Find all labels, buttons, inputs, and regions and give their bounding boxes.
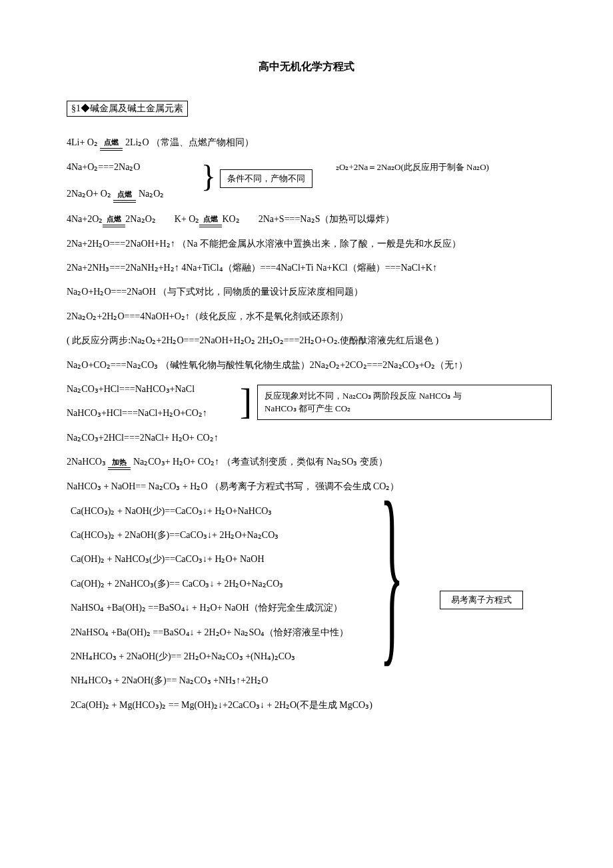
equation: Ca(OH)₂ + NaHCO₃(少)==CaCO₃↓+ H₂O+ NaOH bbox=[71, 552, 546, 567]
equation: NH₄HCO₃ + 2NaOH(多)== Na₂CO₃ +NH₃↑+2H₂O bbox=[71, 673, 546, 688]
equation: Na₂CO₃+2HCl===2NaCl+ H₂O+ CO₂↑ bbox=[67, 431, 546, 445]
equation: Na₂O+CO₂===Na₂CO₃ （碱性氧化物与酸性氧化物生成盐）2Na₂O₂… bbox=[67, 358, 546, 373]
condition-ignite: 点燃 bbox=[199, 212, 222, 227]
note-box: 条件不同，产物不同 bbox=[220, 169, 312, 188]
equation: 2NaHCO₃ 加热 Na₂CO₃+ H₂O+ CO₂↑ （考查试剂变质，类似有… bbox=[67, 455, 546, 470]
equation-row: 4Na+2O₂点燃2Na₂O₂ K+ O₂点燃KO₂ 2Na+S===Na₂S（… bbox=[67, 212, 546, 227]
ion-label-box: 易考离子方程式 bbox=[440, 591, 523, 609]
brace-icon: } bbox=[201, 163, 216, 190]
note-text: NaHCO₃ 都可产生 CO₂ bbox=[265, 403, 350, 413]
condition-ignite: 点燃 bbox=[103, 212, 125, 227]
eq-text: 2Na₂O₂ bbox=[125, 214, 155, 224]
brace-icon: ] bbox=[240, 386, 252, 419]
eq-text: K+ O₂ bbox=[175, 214, 200, 224]
equation: Ca(HCO₃)₂ + 2NaOH(多)==CaCO₃↓+ 2H₂O+Na₂CO… bbox=[71, 528, 546, 543]
equation: 2Ca(OH)₂ + Mg(HCO₃)₂ == Mg(OH)₂↓+2CaCO₃↓… bbox=[71, 698, 546, 713]
brace-icon: } bbox=[380, 477, 404, 667]
equation: 2NaHSO₄ +Ba(OH)₂ ==BaSO₄↓ + 2H₂O+ Na₂SO₄… bbox=[71, 625, 546, 640]
note-box: 反应现象对比不同，Na₂CO₃ 两阶段反应 NaHCO₃ 与 NaHCO₃ 都可… bbox=[257, 385, 552, 420]
eq-text: 2NaHCO₃ bbox=[67, 457, 106, 467]
eq-text: 2Li₂O （常温、点燃产物相同） bbox=[125, 137, 254, 147]
condition-heat: 加热 bbox=[108, 455, 131, 471]
equation: 2NH₄HCO₃ + 2NaOH(少)== 2H₂O+Na₂CO₃ +(NH₄)… bbox=[71, 649, 546, 664]
eq-text: 2Na+S===Na₂S（加热可以爆炸） bbox=[259, 214, 395, 224]
eq-text: Na₂O₂ bbox=[139, 189, 164, 199]
equation: ( 此反应分两步:Na₂O₂+2H₂O===2NaOH+H₂O₂ 2H₂O₂==… bbox=[67, 333, 546, 348]
eq-text: ₂O₂+2Na＝2Na₂O(此反应用于制备 Na₂O) bbox=[336, 161, 489, 173]
eq-text: KO₂ bbox=[222, 214, 239, 224]
equation: 4Li+ O₂ 点燃 2Li₂O （常温、点燃产物相同） bbox=[67, 135, 546, 151]
equation: Ca(OH)₂ + 2NaHCO₃(多)== CaCO₃↓ + 2H₂O+Na₂… bbox=[71, 577, 546, 591]
eq-text: 4Li+ O₂ bbox=[67, 137, 98, 147]
equation: Ca(HCO₃)₂ + NaOH(少)==CaCO₃↓+ H₂O+NaHCO₃ bbox=[71, 504, 546, 519]
equation: 2Na₂O+ O₂ bbox=[67, 189, 111, 199]
page-title: 高中无机化学方程式 bbox=[67, 60, 546, 74]
eq-text: Na₂CO₃+ H₂O+ CO₂↑ （考查试剂变质，类似有 Na₂SO₃ 变质） bbox=[133, 457, 388, 467]
equation: 2Na₂O₂+2H₂O===4NaOH+O₂↑（歧化反应，水不是氧化剂或还原剂） bbox=[67, 309, 546, 324]
equation: NaHCO₃ + NaOH== Na₂CO₃ + H₂O （易考离子方程式书写，… bbox=[67, 479, 546, 494]
eq-text: 4Na+2O₂ bbox=[67, 214, 103, 224]
section-heading: §1◆碱金属及碱土金属元素 bbox=[67, 101, 188, 117]
note-text: 反应现象对比不同，Na₂CO₃ 两阶段反应 NaHCO₃ 与 bbox=[265, 391, 462, 401]
equation: 2Na+2NH₃===2NaNH₂+H₂↑ 4Na+TiCl₄（熔融）===4N… bbox=[67, 261, 546, 275]
condition-ignite: 点燃 bbox=[100, 135, 123, 151]
equation: Na₂O+H₂O===2NaOH （与下式对比，同物质的量设计反应浓度相同题） bbox=[67, 285, 546, 299]
condition-ignite: 点燃 bbox=[113, 187, 136, 203]
equation: 4Na+O₂===2Na₂O bbox=[67, 160, 193, 175]
equation: 2Na+2H₂O===2NaOH+H₂↑ （Na 不能把金属从水溶液中置换出来，… bbox=[67, 237, 546, 251]
